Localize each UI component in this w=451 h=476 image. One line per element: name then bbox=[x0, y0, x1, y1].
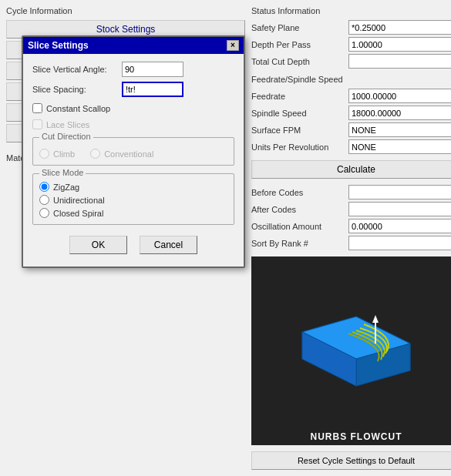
units-per-rev-label: Units Per Revolution bbox=[251, 142, 344, 152]
sort-by-rank-label: Sort By Rank # bbox=[251, 239, 344, 248]
status-grid: Safety Plane Depth Per Pass Total Cut De… bbox=[251, 20, 451, 69]
climb-radio-row: Climb bbox=[39, 149, 75, 159]
surface-fpm-input[interactable] bbox=[348, 122, 451, 137]
safety-plane-row: Safety Plane bbox=[251, 20, 451, 35]
units-per-rev-input[interactable] bbox=[348, 139, 451, 154]
units-per-rev-row: Units Per Revolution bbox=[251, 139, 451, 154]
slice-mode-title: Slice Mode bbox=[39, 168, 86, 177]
surface-fpm-label: Surface FPM bbox=[251, 126, 344, 135]
feedrate-section-label: Feedrate/Spindle Speed bbox=[251, 75, 451, 84]
slice-spacing-label: Slice Spacing: bbox=[32, 85, 117, 94]
right-panel: Status Information Safety Plane Depth Pe… bbox=[251, 6, 451, 470]
climb-label: Climb bbox=[53, 149, 75, 159]
ok-button[interactable]: OK bbox=[69, 236, 127, 254]
climb-radio[interactable] bbox=[39, 149, 49, 159]
slice-vertical-angle-label: Slice Vertical Angle: bbox=[32, 65, 117, 74]
total-cut-depth-input[interactable] bbox=[348, 54, 451, 69]
feedrate-row: Feedrate bbox=[251, 89, 451, 103]
oscillation-amount-label: Oscillation Amount bbox=[251, 222, 344, 231]
viz-label: NURBS FLOWCUT bbox=[311, 431, 402, 442]
cut-direction-group: Cut Direction Climb Conventional bbox=[32, 137, 234, 166]
depth-per-pass-input[interactable] bbox=[348, 37, 451, 52]
safety-plane-label: Safety Plane bbox=[251, 23, 344, 32]
spindle-speed-input[interactable] bbox=[348, 106, 451, 120]
zigzag-radio[interactable] bbox=[39, 182, 49, 192]
lace-slices-label: Lace Slices bbox=[46, 120, 89, 129]
zigzag-radio-row: ZigZag bbox=[39, 182, 227, 192]
after-codes-row: After Codes bbox=[251, 202, 451, 216]
spindle-speed-row: Spindle Speed bbox=[251, 106, 451, 120]
depth-per-pass-label: Depth Per Pass bbox=[251, 40, 344, 49]
before-codes-input[interactable] bbox=[348, 185, 451, 199]
feedrate-label: Feedrate bbox=[251, 92, 344, 101]
depth-per-pass-row: Depth Per Pass bbox=[251, 37, 451, 52]
after-codes-label: After Codes bbox=[251, 205, 344, 214]
left-panel: Cycle Information Stock Settings Slice S… bbox=[6, 6, 245, 470]
unidirectional-radio-row: Unidirectional bbox=[39, 195, 227, 205]
dialog-buttons: OK Cancel bbox=[32, 236, 234, 259]
cut-direction-radios: Climb Conventional bbox=[39, 146, 227, 159]
before-codes-label: Before Codes bbox=[251, 188, 344, 197]
total-cut-depth-label: Total Cut Depth bbox=[251, 57, 344, 66]
slice-spacing-input[interactable] bbox=[122, 82, 183, 97]
cancel-button[interactable]: Cancel bbox=[140, 236, 197, 254]
dialog-body: Slice Vertical Angle: Slice Spacing: Con… bbox=[23, 54, 244, 266]
slice-spacing-row: Slice Spacing: bbox=[32, 82, 234, 97]
constant-scallop-checkbox[interactable] bbox=[32, 103, 42, 113]
dialog-title: Slice Settings bbox=[28, 40, 89, 51]
dialog-close-button[interactable]: × bbox=[227, 40, 239, 51]
slice-vertical-angle-input[interactable] bbox=[122, 62, 183, 77]
feedrate-input[interactable] bbox=[348, 89, 451, 103]
reset-button[interactable]: Reset Cycle Settings to Default bbox=[251, 451, 451, 470]
slice-vertical-angle-row: Slice Vertical Angle: bbox=[32, 62, 234, 77]
zigzag-label: ZigZag bbox=[53, 183, 79, 192]
oscillation-amount-input[interactable] bbox=[348, 219, 451, 233]
conventional-radio[interactable] bbox=[90, 149, 100, 159]
closed-spiral-label: Closed Spiral bbox=[53, 209, 103, 218]
unidirectional-radio[interactable] bbox=[39, 195, 49, 205]
closed-spiral-radio[interactable] bbox=[39, 208, 49, 218]
conventional-radio-row: Conventional bbox=[90, 149, 153, 159]
slice-settings-dialog: Slice Settings × Slice Vertical Angle: S… bbox=[22, 35, 245, 268]
cut-direction-title: Cut Direction bbox=[39, 132, 93, 141]
before-codes-row: Before Codes bbox=[251, 185, 451, 199]
feedrate-grid: Feedrate Spindle Speed Surface FPM Units… bbox=[251, 89, 451, 154]
codes-grid: Before Codes After Codes Oscillation Amo… bbox=[251, 185, 451, 250]
after-codes-input[interactable] bbox=[348, 202, 451, 216]
svg-marker-5 bbox=[372, 315, 379, 323]
sort-by-rank-row: Sort By Rank # bbox=[251, 236, 451, 250]
oscillation-amount-row: Oscillation Amount bbox=[251, 219, 451, 233]
visualization-box: NURBS FLOWCUT bbox=[251, 256, 451, 445]
safety-plane-input[interactable] bbox=[348, 20, 451, 35]
dialog-titlebar: Slice Settings × bbox=[23, 37, 244, 54]
slice-mode-group: Slice Mode ZigZag Unidirectional Closed … bbox=[32, 173, 234, 225]
conventional-label: Conventional bbox=[104, 149, 153, 159]
main-container: Cycle Information Stock Settings Slice S… bbox=[0, 0, 451, 476]
constant-scallop-label: Constant Scallop bbox=[46, 104, 110, 113]
nurbs-flowcut-visualization bbox=[294, 309, 418, 394]
unidirectional-label: Unidirectional bbox=[53, 196, 105, 205]
constant-scallop-row: Constant Scallop bbox=[32, 103, 234, 113]
spindle-speed-label: Spindle Speed bbox=[251, 109, 344, 118]
sort-by-rank-input[interactable] bbox=[348, 236, 451, 250]
lace-slices-checkbox[interactable] bbox=[32, 119, 42, 129]
status-info-label: Status Information bbox=[251, 6, 451, 15]
closed-spiral-radio-row: Closed Spiral bbox=[39, 208, 227, 218]
cycle-info-label: Cycle Information bbox=[6, 6, 245, 15]
total-cut-depth-row: Total Cut Depth bbox=[251, 54, 451, 69]
lace-slices-row: Lace Slices bbox=[32, 119, 234, 129]
surface-fpm-row: Surface FPM bbox=[251, 122, 451, 137]
calculate-button[interactable]: Calculate bbox=[251, 160, 451, 179]
